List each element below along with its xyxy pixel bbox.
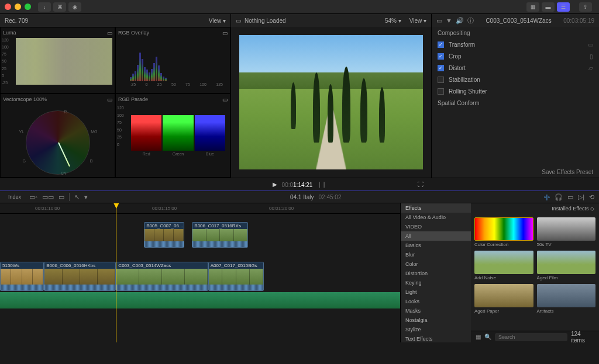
inspector-row-distort[interactable]: ✓Distort▱: [432, 62, 599, 74]
keyword-button[interactable]: ⌘: [53, 2, 66, 12]
effects-category[interactable]: Stylize: [401, 325, 471, 334]
timeline-clip[interactable]: B005_C007_06…: [144, 222, 184, 248]
playhead[interactable]: [116, 203, 116, 342]
effects-category[interactable]: All Video & Audio: [401, 213, 471, 222]
effects-category[interactable]: VIDEO: [401, 222, 471, 231]
scope-settings-icon[interactable]: ▭: [107, 96, 112, 103]
effects-category[interactable]: Basics: [401, 241, 471, 250]
checkbox[interactable]: [438, 77, 444, 83]
effects-category[interactable]: Masks: [401, 306, 471, 316]
timeline[interactable]: 00:01:10:00 00:01:15:00 00:01:20:00 B005…: [0, 203, 599, 342]
snapping-button[interactable]: ▷|: [578, 193, 584, 201]
effects-category[interactable]: Keying: [401, 278, 471, 287]
effect-item[interactable]: Add Noise: [474, 251, 533, 280]
effects-category[interactable]: Nostalgia: [401, 316, 471, 325]
clip-audio-waveform: [116, 285, 207, 290]
minimize-window-button[interactable]: [15, 4, 21, 10]
parade-title: RGB Parade: [118, 96, 228, 102]
viewer-view-menu[interactable]: View ▾: [409, 18, 426, 24]
project-name: 04.1 Italy: [290, 194, 314, 200]
effects-search-input[interactable]: [495, 333, 567, 341]
reveal-icon[interactable]: ▱: [588, 65, 593, 71]
connected-clip-lane: B005_C007_06…B006_C017_0516RXs: [0, 222, 400, 248]
audio-track[interactable]: [0, 292, 400, 308]
zoom-window-button[interactable]: [25, 4, 31, 10]
effects-category[interactable]: Light: [401, 287, 471, 297]
layout-browser-button[interactable]: ▦: [526, 2, 539, 12]
spatial-conform-row[interactable]: Spatial Conform: [432, 97, 599, 109]
inspector-row-stabilization[interactable]: Stabilization: [432, 74, 599, 85]
effects-view-toggle[interactable]: ▦: [476, 334, 481, 340]
skimming-button[interactable]: ◦|◦: [544, 193, 550, 200]
fullscreen-button[interactable]: ⛶: [418, 181, 424, 188]
reveal-icon[interactable]: ▯: [590, 53, 593, 60]
timeline-tracks[interactable]: 00:01:10:00 00:01:15:00 00:01:20:00 B005…: [0, 203, 400, 342]
timeline-clip[interactable]: B006_C006_0516HKbs: [44, 262, 116, 291]
video-inspector-icon[interactable]: ▭: [436, 17, 442, 25]
effect-item[interactable]: Aged Paper: [474, 284, 533, 314]
index-button[interactable]: Index: [5, 193, 25, 201]
installed-effects-menu[interactable]: Installed Effects ◇: [471, 203, 599, 214]
timeline-clip[interactable]: B006_C017_0516RXs: [192, 222, 248, 248]
select-tool[interactable]: ↖: [74, 193, 80, 201]
effects-category[interactable]: Looks: [401, 297, 471, 306]
timeline-clip[interactable]: C003_C003_0514WZacs: [116, 262, 208, 291]
luma-waveform: [16, 38, 112, 85]
reveal-icon[interactable]: ▭: [588, 41, 593, 48]
share-button[interactable]: ⇪: [579, 2, 592, 12]
effects-category[interactable]: Distortion: [401, 269, 471, 278]
layout-timeline-button[interactable]: ▬: [542, 2, 555, 12]
viewer-canvas[interactable]: [231, 27, 431, 178]
scopes-view-menu[interactable]: View ▾: [209, 18, 226, 24]
clip-label: A007_C017_0515BGs: [209, 262, 264, 269]
timecode-display[interactable]: 00:01:14:21: [282, 180, 313, 189]
loop-button[interactable]: ⟲: [589, 193, 594, 201]
effects-category[interactable]: All: [401, 231, 471, 241]
timeline-clip[interactable]: A007_C017_0515BGs: [208, 262, 264, 291]
scopes-title: Rec. 709: [5, 18, 209, 24]
checkbox[interactable]: ✓: [438, 53, 444, 60]
effects-grid: Color Correction50s TVAdd NoiseAged Film…: [471, 214, 599, 331]
clip-label: 5150Ws: [1, 262, 43, 269]
viewer-frame: [239, 35, 423, 169]
effects-category[interactable]: Text Effects: [401, 334, 471, 344]
effect-item[interactable]: Aged Film: [537, 251, 596, 280]
inspector-row-rolling-shutter[interactable]: Rolling Shutter: [432, 85, 599, 97]
append-clip-button[interactable]: ▭◦: [29, 193, 37, 201]
checkbox[interactable]: ✓: [438, 65, 444, 71]
viewer-zoom-menu[interactable]: 54% ▾: [385, 18, 401, 24]
filter-icon[interactable]: ▼: [446, 17, 452, 24]
clip-icon: ▭: [236, 18, 241, 24]
close-window-button[interactable]: [5, 4, 11, 10]
timeline-ruler[interactable]: 00:01:10:00 00:01:15:00 00:01:20:00: [0, 203, 400, 214]
audio-skimming-button[interactable]: 🎧: [555, 193, 563, 201]
scope-settings-icon[interactable]: ▭: [222, 30, 228, 36]
save-effects-preset-button[interactable]: Save Effects Preset: [432, 167, 599, 178]
timeline-clip[interactable]: 5150Ws: [0, 262, 44, 291]
audio-inspector-icon[interactable]: 🔊: [456, 17, 464, 25]
inspector-row-crop[interactable]: ✓Crop▯: [432, 50, 599, 62]
primary-storyline: 5150WsB006_C006_0516HKbsC003_C003_0514WZ…: [0, 262, 400, 291]
effect-item[interactable]: Color Correction: [474, 217, 533, 247]
info-inspector-icon[interactable]: ⓘ: [467, 16, 474, 25]
effect-name: 50s TV: [537, 242, 596, 247]
solo-button[interactable]: ▭: [567, 193, 573, 201]
effect-item[interactable]: Artifacts: [537, 284, 596, 314]
checkbox[interactable]: [438, 88, 444, 95]
scope-settings-icon[interactable]: ▭: [107, 30, 112, 36]
tools-menu[interactable]: ▾: [84, 193, 88, 201]
scope-settings-icon[interactable]: ▭: [222, 96, 228, 103]
background-tasks-button[interactable]: ◉: [68, 2, 81, 12]
insert-clip-button[interactable]: ▭▭: [42, 193, 54, 201]
inspector-row-transform[interactable]: ✓Transform▭: [432, 39, 599, 50]
import-button[interactable]: ↓: [38, 2, 51, 12]
effects-count: 124 items: [571, 331, 594, 344]
effects-category[interactable]: Color: [401, 259, 471, 269]
play-button[interactable]: ▶: [273, 181, 277, 188]
inspector-clip-name: C003_C003_0514WZacs: [477, 18, 560, 24]
effects-category[interactable]: Blur: [401, 250, 471, 259]
checkbox[interactable]: ✓: [438, 41, 444, 48]
layout-inspector-button[interactable]: ☰: [557, 2, 570, 12]
overwrite-clip-button[interactable]: ▭: [58, 193, 64, 201]
effect-item[interactable]: 50s TV: [537, 217, 596, 247]
